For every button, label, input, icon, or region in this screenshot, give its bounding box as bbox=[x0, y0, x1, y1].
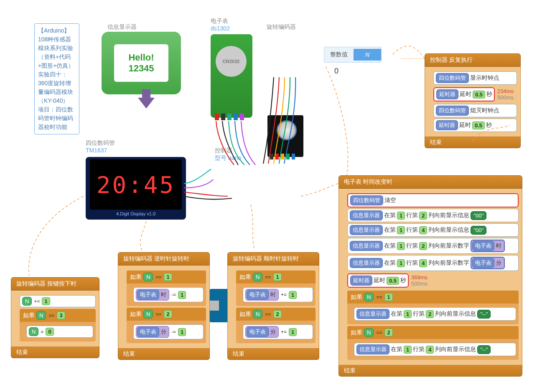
info-row-dd-1-4[interactable]: 信息显示器在第1行第4列向前显示信息"--" bbox=[354, 343, 516, 356]
clock-delay-total: 500ms bbox=[411, 281, 428, 287]
info-display-label: 信息显示器 bbox=[107, 23, 137, 31]
timer-delay-row-2[interactable]: 延时器 延时 0.5 秒 bbox=[433, 119, 517, 132]
controller-label: 控制器 型号 nano bbox=[215, 147, 241, 162]
rotary-knob[interactable] bbox=[277, 120, 297, 140]
segment-hide-clock-row[interactable]: 四位数码管 熄灭时钟点 bbox=[433, 104, 517, 117]
rotary-label: 旋转编码器 bbox=[267, 23, 296, 31]
integer-readout: 整数值 N bbox=[324, 47, 382, 63]
rotary-press-block[interactable]: 旋转编码器 按键按下时 N+=1 如果N==3 N=0 结束 bbox=[11, 277, 99, 358]
if-n-eq-1[interactable]: 如果N==1 信息显示器在第1行第2列向前显示信息"--" bbox=[347, 291, 519, 324]
segment-show-clock-row[interactable]: 四位数码管 显示时钟点 bbox=[433, 71, 517, 85]
rotary-cw-block[interactable]: 旋转编码器 顺时针旋转时 如果N==1 电子表时+=1 如果N==2 电子表分+… bbox=[227, 252, 319, 360]
clock-change-header: 电子表 时间改变时 bbox=[338, 175, 522, 189]
if-n-eq-3[interactable]: 如果N==3 N=0 bbox=[20, 309, 96, 341]
rotary-ccw-footer: 结束 bbox=[118, 349, 210, 360]
if-n-eq-2[interactable]: 如果N==2 信息显示器在第1行第4列向前显示信息"--" bbox=[347, 326, 519, 360]
rotary-pins bbox=[270, 154, 295, 159]
rotary-ccw-header: 旋转编码器 逆时针旋转时 bbox=[118, 252, 210, 266]
cw-if-n-eq-1[interactable]: 如果N==1 电子表时+=1 bbox=[236, 271, 316, 306]
rotary-cw-footer: 结束 bbox=[227, 349, 319, 360]
ds1302-label: 电子表 ds1302 bbox=[211, 18, 230, 32]
info-row-1-4-minute[interactable]: 信息显示器在第1行第4列向前显示数字电子表分 bbox=[347, 255, 519, 271]
integer-readout-value: 0 bbox=[334, 67, 338, 76]
info-row-1-2-hour[interactable]: 信息显示器在第1行第2列向前显示数字电子表时 bbox=[347, 238, 519, 254]
ccw-clock-hour-minus[interactable]: 电子表时-=1 bbox=[133, 287, 204, 302]
ccw-if-n-eq-1[interactable]: 如果N==1 电子表时-=1 bbox=[127, 271, 206, 306]
controller-loop-footer: 结束 bbox=[425, 137, 521, 148]
controller-loop-header: 控制器 反复执行 bbox=[425, 53, 521, 67]
info-row-1-4-00[interactable]: 信息显示器在第1行第4列向前显示信息"00" bbox=[347, 223, 519, 237]
info-row-dd-1-2[interactable]: 信息显示器在第1行第2列向前显示信息"--" bbox=[354, 307, 516, 321]
ds1302-battery: CR2032 bbox=[216, 46, 247, 77]
segment-label: 四位数码管 TM1637 bbox=[86, 139, 115, 154]
clock-delay-ms: 369ms bbox=[411, 274, 428, 281]
segment-digits: 20:45 bbox=[90, 159, 182, 210]
loop-delay-ms: 234ms bbox=[497, 88, 514, 94]
rotary-press-footer: 结束 bbox=[11, 347, 99, 358]
info-display-screen: Hello! 12345 bbox=[114, 44, 168, 82]
segment-clear-row[interactable]: 四位数码管 清空 bbox=[347, 193, 519, 207]
integer-readout-var: N bbox=[354, 49, 381, 61]
info-row-1-2-00[interactable]: 信息显示器在第1行第2列向前显示信息"00" bbox=[347, 209, 519, 222]
timer-delay-row-1[interactable]: 延时器 延时 0.5 秒 bbox=[433, 87, 495, 101]
ccw-clock-min-minus[interactable]: 电子表分-=1 bbox=[133, 324, 204, 339]
cw-clock-hour-plus[interactable]: 电子表时+=1 bbox=[243, 287, 313, 302]
n-assign-0-row[interactable]: N=0 bbox=[26, 326, 93, 338]
ds1302-module[interactable]: CR2032 bbox=[211, 34, 252, 118]
info-display-module[interactable]: Hello! 12345 bbox=[102, 32, 181, 94]
segment-board-text: 4.Digit Display v1.0 bbox=[116, 210, 155, 218]
integer-readout-label: 整数值 bbox=[324, 51, 354, 58]
description-card: 【Arduino】108种传感器模块系列实验（资料+代码+图形+仿真） 实验四十… bbox=[34, 23, 79, 134]
rotary-module[interactable] bbox=[267, 115, 303, 157]
clock-change-block[interactable]: 电子表 时间改变时 四位数码管 清空 信息显示器在第1行第2列向前显示信息"00… bbox=[338, 175, 522, 377]
ds1302-pins bbox=[215, 114, 244, 120]
controller-loop-block[interactable]: 控制器 反复执行 四位数码管 显示时钟点 延时器 延时 0.5 秒 234ms … bbox=[425, 53, 521, 148]
n-pluseq-1-row[interactable]: N+=1 bbox=[20, 295, 96, 307]
ccw-if-n-eq-2[interactable]: 如果N==2 电子表分-=1 bbox=[127, 308, 206, 343]
segment-module[interactable]: 20:45 4.Digit Display v1.0 bbox=[86, 157, 186, 220]
cw-clock-min-plus[interactable]: 电子表分+=1 bbox=[243, 324, 313, 339]
rotary-press-header: 旋转编码器 按键按下时 bbox=[11, 277, 99, 291]
cw-if-n-eq-2[interactable]: 如果N==2 电子表分+=1 bbox=[236, 308, 316, 343]
clock-delay-row[interactable]: 延时器延时0.5秒 bbox=[347, 273, 409, 288]
rotary-cw-header: 旋转编码器 顺时针旋转时 bbox=[227, 252, 319, 266]
clock-change-footer: 结束 bbox=[338, 365, 522, 377]
loop-delay-total: 500ms bbox=[497, 94, 514, 101]
rotary-ccw-block[interactable]: 旋转编码器 逆时针旋转时 如果N==1 电子表时-=1 如果N==2 电子表分-… bbox=[118, 252, 210, 360]
arrow-down bbox=[138, 89, 155, 109]
description-text: 【Arduino】108种传感器模块系列实验（资料+代码+图形+仿真） 实验四十… bbox=[38, 27, 74, 130]
